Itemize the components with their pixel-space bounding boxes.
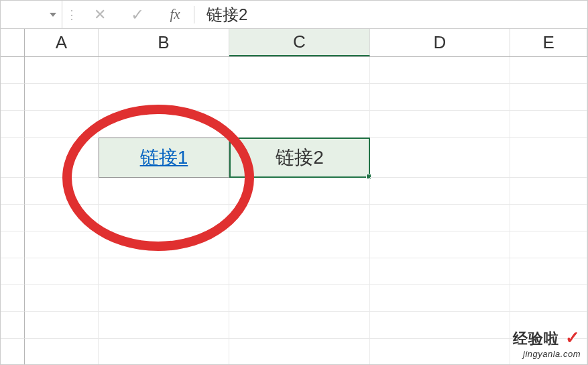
hyperlink[interactable]: 链接1: [140, 145, 188, 170]
row-header[interactable]: [1, 57, 25, 84]
cell[interactable]: [99, 285, 230, 312]
row-header[interactable]: [1, 111, 25, 138]
cell[interactable]: [25, 312, 99, 339]
cell[interactable]: [99, 339, 230, 365]
cell[interactable]: [229, 258, 370, 285]
row-5: [1, 178, 587, 205]
cancel-icon: ✕: [94, 6, 106, 23]
cell[interactable]: [25, 339, 99, 365]
cell[interactable]: [25, 84, 99, 111]
cell[interactable]: [510, 339, 587, 365]
cell[interactable]: [370, 231, 511, 258]
cell[interactable]: [25, 205, 99, 231]
cell[interactable]: [99, 111, 230, 138]
confirm-button[interactable]: ✓: [119, 1, 156, 28]
spreadsheet-grid: 链接1 链接2: [1, 57, 587, 365]
cell[interactable]: [99, 57, 230, 84]
formula-input[interactable]: 链接2: [194, 1, 587, 28]
row-4: 链接1 链接2: [1, 138, 587, 178]
col-header-C[interactable]: C: [229, 29, 370, 56]
row-2: [1, 84, 587, 111]
cell[interactable]: [510, 231, 587, 258]
row-header[interactable]: [1, 231, 25, 258]
cell[interactable]: [370, 178, 511, 205]
cell[interactable]: [229, 178, 370, 205]
row-7: [1, 231, 587, 258]
cell[interactable]: [25, 258, 99, 285]
cell[interactable]: [370, 312, 511, 339]
col-header-B[interactable]: B: [99, 29, 230, 56]
row-header[interactable]: [1, 205, 25, 231]
row-header[interactable]: [1, 178, 25, 205]
formula-text: 链接2: [207, 4, 247, 25]
cell[interactable]: [229, 231, 370, 258]
row-header[interactable]: [1, 84, 25, 111]
cell[interactable]: [25, 111, 99, 138]
row-header[interactable]: [1, 258, 25, 285]
cell[interactable]: [229, 205, 370, 231]
fx-button[interactable]: fx: [156, 6, 194, 23]
check-icon: ✓: [131, 5, 144, 24]
cell[interactable]: [370, 138, 511, 178]
row-header[interactable]: [1, 312, 25, 339]
cell[interactable]: [25, 57, 99, 84]
row-3: [1, 111, 587, 138]
cell[interactable]: [510, 205, 587, 231]
row-6: [1, 205, 587, 231]
row-11: [1, 339, 587, 365]
row-9: [1, 285, 587, 312]
row-header[interactable]: [1, 138, 25, 178]
cancel-button[interactable]: ✕: [81, 1, 119, 28]
cell[interactable]: [370, 339, 511, 365]
cell[interactable]: [229, 285, 370, 312]
cell[interactable]: [25, 178, 99, 205]
cell[interactable]: [99, 312, 230, 339]
cell[interactable]: [370, 57, 511, 84]
formula-bar: ⋮ ✕ ✓ fx 链接2: [1, 1, 587, 29]
name-box[interactable]: [1, 1, 62, 28]
cell[interactable]: [510, 138, 587, 178]
cell-C4-selected[interactable]: 链接2: [229, 138, 370, 178]
row-header[interactable]: [1, 285, 25, 312]
cell[interactable]: [370, 285, 511, 312]
cell[interactable]: [229, 57, 370, 84]
cell[interactable]: [510, 285, 587, 312]
cell[interactable]: [510, 258, 587, 285]
cell-text: 链接2: [276, 145, 324, 170]
cell[interactable]: [510, 57, 587, 84]
cell[interactable]: [25, 138, 99, 178]
separator-handle[interactable]: ⋮: [62, 1, 81, 28]
cell[interactable]: [99, 205, 230, 231]
dropdown-icon[interactable]: [50, 13, 56, 17]
cell[interactable]: [99, 258, 230, 285]
cell[interactable]: [510, 111, 587, 138]
cell[interactable]: [370, 258, 511, 285]
cell[interactable]: [25, 285, 99, 312]
select-all-corner[interactable]: [1, 29, 25, 56]
cell[interactable]: [510, 178, 587, 205]
col-header-D[interactable]: D: [370, 29, 511, 56]
cell[interactable]: [229, 339, 370, 365]
cell[interactable]: [25, 231, 99, 258]
col-header-A[interactable]: A: [25, 29, 99, 56]
cell[interactable]: [99, 84, 230, 111]
cell[interactable]: [99, 178, 230, 205]
col-header-E[interactable]: E: [510, 29, 587, 56]
cell-B4[interactable]: 链接1: [99, 138, 230, 178]
row-10: [1, 312, 587, 339]
cell[interactable]: [99, 231, 230, 258]
cell[interactable]: [229, 84, 370, 111]
cell[interactable]: [370, 111, 511, 138]
row-header[interactable]: [1, 339, 25, 365]
cell[interactable]: [229, 312, 370, 339]
cell[interactable]: [229, 111, 370, 138]
column-headers: A B C D E: [1, 29, 587, 57]
cell[interactable]: [370, 205, 511, 231]
row-8: [1, 258, 587, 285]
cell[interactable]: [510, 312, 587, 339]
cell[interactable]: [370, 84, 511, 111]
row-1: [1, 57, 587, 84]
fx-label-text: fx: [170, 6, 180, 23]
cell[interactable]: [510, 84, 587, 111]
